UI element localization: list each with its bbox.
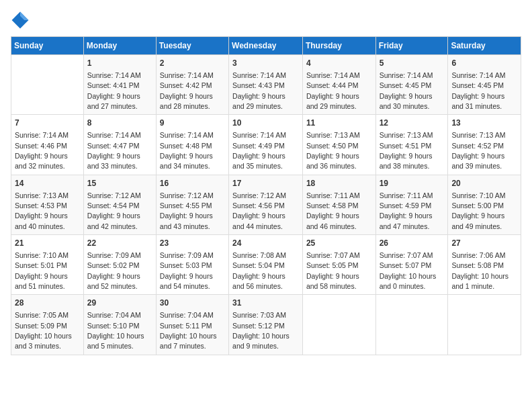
sunset-text: Sunset: 4:45 PM (451, 81, 504, 89)
day-number: 19 (380, 178, 445, 189)
day-number: 1 (87, 58, 152, 69)
daylight-text: Daylight: 9 hours and 49 minutes. (451, 212, 504, 230)
daylight-text: Daylight: 9 hours and 27 minutes. (87, 92, 140, 110)
day-number: 17 (232, 178, 299, 189)
sunrise-text: Sunrise: 7:14 AM (451, 71, 505, 79)
daylight-text: Daylight: 9 hours and 36 minutes. (306, 152, 359, 170)
day-number: 16 (160, 178, 225, 189)
daylight-text: Daylight: 9 hours and 29 minutes. (232, 92, 285, 110)
day-number: 30 (160, 298, 225, 309)
calendar-cell: 2Sunrise: 7:14 AMSunset: 4:42 PMDaylight… (156, 55, 228, 115)
sunset-text: Sunset: 5:00 PM (451, 201, 504, 210)
calendar-week-row: 21Sunrise: 7:10 AMSunset: 5:01 PMDayligh… (11, 235, 521, 295)
daylight-text: Daylight: 9 hours and 33 minutes. (87, 152, 140, 170)
day-number: 22 (87, 238, 152, 249)
calendar-cell: 10Sunrise: 7:14 AMSunset: 4:49 PMDayligh… (229, 115, 303, 175)
calendar-cell: 29Sunrise: 7:04 AMSunset: 5:10 PMDayligh… (83, 295, 156, 355)
calendar-cell: 9Sunrise: 7:14 AMSunset: 4:48 PMDaylight… (156, 115, 228, 175)
sunrise-text: Sunrise: 7:14 AM (232, 131, 286, 139)
day-number: 3 (232, 58, 299, 69)
daylight-text: Daylight: 10 hours and 5 minutes. (87, 332, 144, 350)
sunrise-text: Sunrise: 7:03 AM (232, 311, 286, 319)
sunrise-text: Sunrise: 7:10 AM (451, 191, 505, 199)
sunset-text: Sunset: 4:59 PM (380, 201, 432, 210)
sunset-text: Sunset: 4:49 PM (232, 142, 285, 150)
day-number: 9 (160, 118, 225, 129)
sunset-text: Sunset: 4:43 PM (232, 81, 285, 89)
daylight-text: Daylight: 9 hours and 58 minutes. (306, 272, 359, 290)
day-number: 18 (306, 178, 372, 189)
sunset-text: Sunset: 4:56 PM (232, 201, 285, 210)
calendar-cell (375, 295, 448, 355)
sunrise-text: Sunrise: 7:12 AM (160, 191, 214, 199)
sunrise-text: Sunrise: 7:14 AM (15, 131, 69, 139)
sunset-text: Sunset: 4:52 PM (451, 142, 504, 150)
calendar-cell: 28Sunrise: 7:05 AMSunset: 5:09 PMDayligh… (11, 295, 84, 355)
daylight-text: Daylight: 9 hours and 47 minutes. (380, 212, 433, 230)
calendar-table: SundayMondayTuesdayWednesdayThursdayFrid… (11, 36, 521, 355)
day-number: 26 (380, 238, 445, 249)
calendar-cell: 16Sunrise: 7:12 AMSunset: 4:55 PMDayligh… (156, 175, 228, 234)
day-number: 12 (380, 118, 445, 129)
sunset-text: Sunset: 4:48 PM (160, 142, 212, 150)
calendar-cell: 1Sunrise: 7:14 AMSunset: 4:41 PMDaylight… (83, 55, 156, 115)
sunrise-text: Sunrise: 7:11 AM (306, 191, 360, 199)
sunset-text: Sunset: 4:42 PM (160, 81, 212, 89)
sunrise-text: Sunrise: 7:07 AM (306, 251, 360, 259)
weekday-header: Friday (375, 37, 448, 55)
weekday-header-row: SundayMondayTuesdayWednesdayThursdayFrid… (11, 37, 521, 55)
calendar-cell: 5Sunrise: 7:14 AMSunset: 4:45 PMDaylight… (375, 55, 448, 115)
day-number: 31 (232, 298, 299, 309)
daylight-text: Daylight: 9 hours and 35 minutes. (232, 152, 285, 170)
calendar-cell: 20Sunrise: 7:10 AMSunset: 5:00 PMDayligh… (448, 175, 521, 234)
daylight-text: Daylight: 10 hours and 3 minutes. (15, 332, 72, 350)
sunrise-text: Sunrise: 7:09 AM (160, 251, 214, 259)
daylight-text: Daylight: 9 hours and 39 minutes. (451, 152, 504, 170)
calendar-cell: 3Sunrise: 7:14 AMSunset: 4:43 PMDaylight… (229, 55, 303, 115)
calendar-cell: 13Sunrise: 7:13 AMSunset: 4:52 PMDayligh… (448, 115, 521, 175)
daylight-text: Daylight: 9 hours and 40 minutes. (15, 212, 68, 230)
day-number: 20 (451, 178, 517, 189)
page-header (11, 11, 521, 30)
day-number: 4 (306, 58, 372, 69)
sunrise-text: Sunrise: 7:14 AM (232, 71, 286, 79)
weekday-header: Thursday (302, 37, 375, 55)
calendar-week-row: 7Sunrise: 7:14 AMSunset: 4:46 PMDaylight… (11, 115, 521, 175)
day-number: 14 (15, 178, 80, 189)
day-number: 25 (306, 238, 372, 249)
daylight-text: Daylight: 9 hours and 31 minutes. (451, 92, 504, 110)
daylight-text: Daylight: 10 hours and 0 minutes. (380, 272, 437, 290)
calendar-cell (448, 295, 521, 355)
sunrise-text: Sunrise: 7:12 AM (232, 191, 286, 199)
calendar-cell: 18Sunrise: 7:11 AMSunset: 4:58 PMDayligh… (302, 175, 375, 234)
sunset-text: Sunset: 4:45 PM (380, 81, 432, 89)
sunrise-text: Sunrise: 7:05 AM (15, 311, 69, 319)
daylight-text: Daylight: 10 hours and 7 minutes. (160, 332, 217, 350)
daylight-text: Daylight: 9 hours and 46 minutes. (306, 212, 359, 230)
calendar-cell: 11Sunrise: 7:13 AMSunset: 4:50 PMDayligh… (302, 115, 375, 175)
daylight-text: Daylight: 10 hours and 1 minute. (451, 272, 508, 290)
calendar-cell: 24Sunrise: 7:08 AMSunset: 5:04 PMDayligh… (229, 235, 303, 295)
calendar-cell: 23Sunrise: 7:09 AMSunset: 5:03 PMDayligh… (156, 235, 228, 295)
calendar-cell: 25Sunrise: 7:07 AMSunset: 5:05 PMDayligh… (302, 235, 375, 295)
calendar-cell: 30Sunrise: 7:04 AMSunset: 5:11 PMDayligh… (156, 295, 228, 355)
daylight-text: Daylight: 9 hours and 32 minutes. (15, 152, 68, 170)
day-number: 15 (87, 178, 152, 189)
sunrise-text: Sunrise: 7:14 AM (306, 71, 360, 79)
day-number: 29 (87, 298, 152, 309)
day-number: 27 (451, 238, 517, 249)
calendar-cell: 22Sunrise: 7:09 AMSunset: 5:02 PMDayligh… (83, 235, 156, 295)
calendar-cell: 4Sunrise: 7:14 AMSunset: 4:44 PMDaylight… (302, 55, 375, 115)
daylight-text: Daylight: 9 hours and 44 minutes. (232, 212, 285, 230)
daylight-text: Daylight: 9 hours and 43 minutes. (160, 212, 213, 230)
sunrise-text: Sunrise: 7:11 AM (380, 191, 433, 199)
sunset-text: Sunset: 5:09 PM (15, 322, 67, 330)
sunset-text: Sunset: 4:47 PM (87, 142, 140, 150)
daylight-text: Daylight: 9 hours and 29 minutes. (306, 92, 359, 110)
sunset-text: Sunset: 4:46 PM (15, 142, 67, 150)
calendar-cell: 27Sunrise: 7:06 AMSunset: 5:08 PMDayligh… (448, 235, 521, 295)
day-number: 5 (380, 58, 445, 69)
logo (11, 11, 34, 30)
daylight-text: Daylight: 9 hours and 28 minutes. (160, 92, 213, 110)
calendar-week-row: 28Sunrise: 7:05 AMSunset: 5:09 PMDayligh… (11, 295, 521, 355)
